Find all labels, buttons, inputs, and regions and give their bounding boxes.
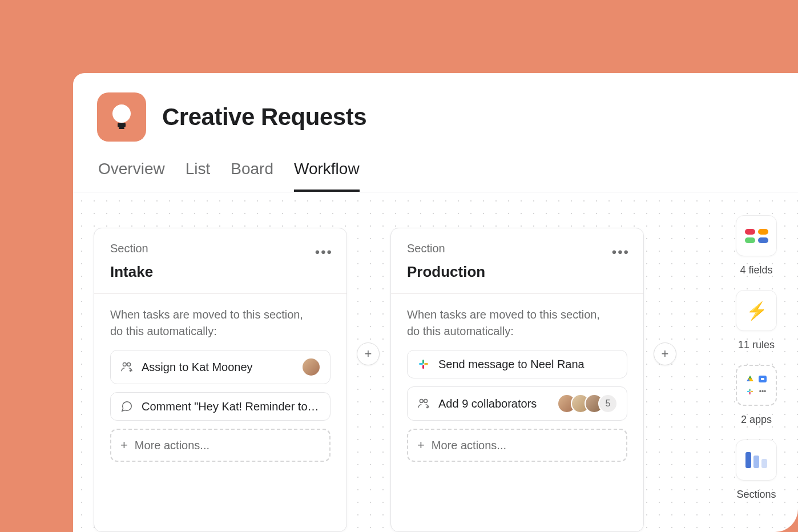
- desc-line-2: do this automatically:: [407, 325, 514, 337]
- desc-line-1: When tasks are moved to this section,: [407, 308, 600, 321]
- section-body: When tasks are moved to this section, do…: [94, 294, 346, 478]
- svg-rect-6: [424, 363, 428, 365]
- apps-icon: •••: [745, 374, 768, 397]
- rule-collab-text: Add 9 collaborators: [438, 397, 549, 410]
- svg-marker-12: [748, 376, 752, 378]
- svg-point-9: [420, 399, 423, 402]
- tab-workflow[interactable]: Workflow: [294, 160, 360, 192]
- rule-assign[interactable]: Assign to Kat Mooney: [110, 350, 331, 384]
- svg-rect-15: [761, 378, 764, 380]
- svg-rect-17: [751, 391, 753, 392]
- desc-line-2: do this automatically:: [110, 325, 217, 337]
- section-title: Production: [407, 263, 627, 281]
- svg-rect-16: [747, 391, 749, 392]
- svg-rect-5: [419, 363, 423, 365]
- slack-icon: [417, 357, 430, 371]
- more-actions-label: More actions...: [135, 439, 209, 452]
- tabs: Overview List Board Workflow: [97, 160, 774, 192]
- rule-message-text: Send message to Neel Rana: [438, 358, 618, 371]
- rules-label: 11 rules: [738, 339, 775, 351]
- section-label: Section: [407, 242, 627, 255]
- more-actions-button[interactable]: + More actions...: [407, 429, 627, 462]
- plus-icon: +: [417, 438, 425, 453]
- add-connector-button[interactable]: +: [357, 342, 380, 365]
- svg-rect-8: [422, 365, 424, 369]
- svg-point-3: [123, 362, 126, 366]
- rule-comment[interactable]: Comment "Hey Kat! Reminder to...": [110, 392, 331, 421]
- workflow-sidebar: 4 fields ⚡ 11 rules ••• 2 apps Sections: [732, 215, 781, 506]
- rule-add-collaborators[interactable]: Add 9 collaborators 5: [407, 386, 627, 421]
- assign-icon: [120, 360, 134, 374]
- section-more-button[interactable]: •••: [612, 245, 630, 259]
- section-label: Section: [110, 242, 331, 255]
- section-more-button[interactable]: •••: [315, 245, 333, 259]
- project-header: Creative Requests Overview List Board Wo…: [73, 73, 798, 192]
- avatar-more-count: 5: [598, 394, 618, 413]
- svg-point-0: [112, 104, 131, 123]
- comment-icon: [120, 400, 134, 413]
- svg-rect-2: [119, 127, 124, 129]
- title-row: Creative Requests: [97, 92, 774, 142]
- section-title: Intake: [110, 263, 331, 281]
- rule-send-message[interactable]: Send message to Neel Rana: [407, 350, 627, 378]
- section-description: When tasks are moved to this section, do…: [110, 307, 331, 340]
- svg-point-10: [424, 399, 428, 402]
- workflow-canvas: ••• Section Intake When tasks are moved …: [73, 192, 798, 532]
- sections-icon: [745, 452, 767, 468]
- rule-assign-text: Assign to Kat Mooney: [142, 361, 293, 374]
- project-title: Creative Requests: [162, 103, 366, 131]
- tab-list[interactable]: List: [186, 160, 211, 192]
- project-icon: [97, 92, 146, 142]
- sections-tile[interactable]: [736, 440, 777, 481]
- section-card-production: ••• Section Production When tasks are mo…: [390, 228, 644, 532]
- more-actions-label: More actions...: [432, 439, 506, 452]
- apps-tile[interactable]: •••: [736, 365, 777, 406]
- rules-tile[interactable]: ⚡: [736, 290, 777, 331]
- plus-icon: +: [120, 438, 128, 453]
- tab-overview[interactable]: Overview: [98, 160, 165, 192]
- fields-icon: [745, 229, 768, 243]
- apps-label: 2 apps: [741, 414, 772, 426]
- svg-rect-7: [422, 360, 424, 364]
- lightbulb-icon: [110, 103, 133, 131]
- section-header: Section Production: [391, 228, 643, 294]
- section-description: When tasks are moved to this section, do…: [407, 307, 627, 340]
- bolt-icon: ⚡: [746, 301, 767, 321]
- avatar: [301, 357, 321, 377]
- app-window: Creative Requests Overview List Board Wo…: [73, 73, 798, 532]
- avatar-stack: 5: [557, 394, 618, 413]
- fields-tile[interactable]: [736, 215, 777, 256]
- desc-line-1: When tasks are moved to this section,: [110, 308, 303, 321]
- svg-point-4: [127, 362, 131, 366]
- svg-rect-19: [749, 392, 751, 394]
- more-actions-button[interactable]: + More actions...: [110, 429, 331, 462]
- svg-rect-18: [749, 389, 751, 391]
- sections-label: Sections: [736, 489, 776, 501]
- add-connector-button[interactable]: +: [654, 342, 676, 365]
- tab-board[interactable]: Board: [231, 160, 273, 192]
- section-body: When tasks are moved to this section, do…: [391, 294, 643, 478]
- collaborators-icon: [417, 397, 430, 410]
- section-header: Section Intake: [94, 228, 346, 294]
- fields-label: 4 fields: [740, 264, 772, 276]
- section-card-intake: ••• Section Intake When tasks are moved …: [94, 228, 347, 532]
- svg-rect-1: [118, 123, 126, 127]
- rule-comment-text: Comment "Hey Kat! Reminder to...": [142, 400, 321, 413]
